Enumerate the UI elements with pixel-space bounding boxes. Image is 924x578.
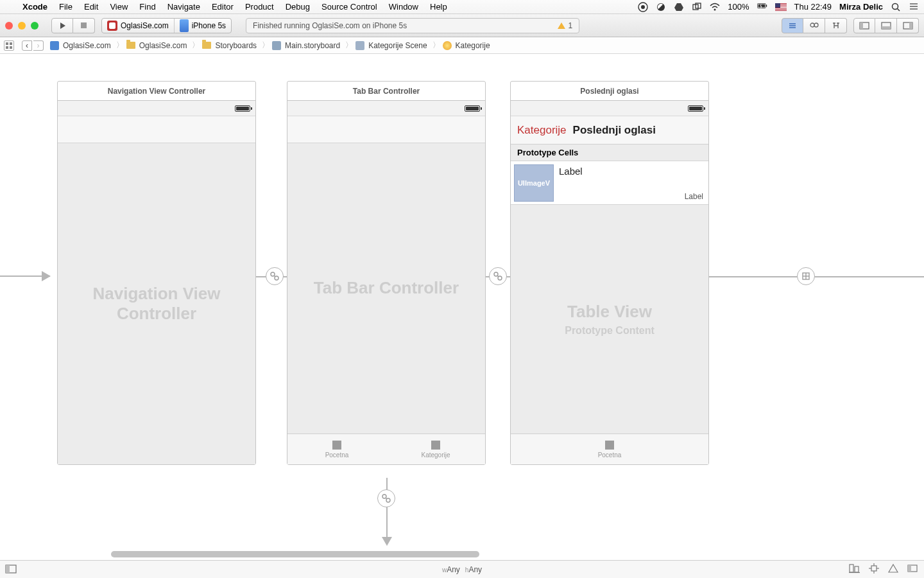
scheme-device: iPhone 5s [192,21,226,30]
navigation-bar[interactable]: Kategorije Poslednji oglasi [511,116,708,144]
scene-nav-controller[interactable]: Navigation View Controller Navigation Vi… [57,81,256,465]
play-icon [60,22,65,29]
menu-editor[interactable]: Editor [206,0,239,14]
svg-rect-46 [871,566,877,571]
svg-rect-25 [6,42,8,45]
stop-button[interactable] [73,18,95,33]
jump-scene[interactable]: Kategorije Scene [366,41,429,50]
menu-product[interactable]: Product [239,0,280,14]
align-button[interactable] [848,563,861,575]
dnd-icon[interactable] [656,2,666,12]
standard-editor-button[interactable] [782,18,803,33]
zoom-window-button[interactable] [31,22,38,30]
tab-item-pocetna[interactable]: Pocetna [287,434,386,464]
svg-rect-43 [850,565,853,572]
menu-find[interactable]: Find [133,0,161,14]
prototype-cell[interactable]: UIImageV Label Label [511,161,708,205]
wifi-icon[interactable] [710,2,720,12]
forward-button[interactable]: › [33,40,44,51]
related-items-button[interactable] [4,40,14,51]
back-button[interactable]: ‹ [22,40,32,51]
activity-text: Finished running OglasiSe.com on iPhone … [253,21,407,30]
horizontal-scrollbar[interactable] [111,551,479,557]
cell-label-2[interactable]: Label [685,192,703,201]
spotlight-icon[interactable] [891,2,901,12]
cell-label-1[interactable]: Label [559,164,583,201]
menu-file[interactable]: File [53,0,78,14]
resolve-issues-button[interactable] [887,563,900,575]
toggle-debug-area-button[interactable] [875,18,897,33]
minimize-window-button[interactable] [18,22,26,30]
drive-icon[interactable] [674,2,684,12]
menu-help[interactable]: Help [424,0,453,14]
segue-relationship-1[interactable] [266,267,284,285]
menu-view[interactable]: View [104,0,133,14]
svg-rect-42 [6,565,10,573]
toggle-navigator-button[interactable] [853,18,875,33]
editor-mode-group [782,18,847,33]
svg-line-31 [274,276,275,277]
svg-rect-8 [766,4,767,6]
jump-group-2[interactable]: Storyboards [212,41,259,50]
scene-title: Poslednji oglasi [511,82,708,101]
tableview-subtext: Prototype Content [565,324,654,337]
activity-view[interactable]: Finished running OglasiSe.com on iPhone … [246,18,579,33]
svg-line-34 [497,276,499,277]
notifications-icon[interactable] [909,2,919,12]
uiimageview-placeholder[interactable]: UIImageV [514,164,554,202]
close-window-button[interactable] [5,22,13,30]
segue-relationship-3[interactable] [377,489,395,507]
tab-item-kategorije[interactable]: Kategorije [386,434,485,464]
menu-edit[interactable]: Edit [78,0,104,14]
jump-item[interactable]: Kategorije [453,41,493,50]
svg-point-5 [714,8,716,10]
scene-tabbar-controller[interactable]: Tab Bar Controller Tab Bar Controller Po… [287,81,486,465]
tab-item-pocetna[interactable]: Pocetna [511,434,708,464]
svg-rect-20 [860,22,863,29]
menubar-clock[interactable]: Thu 22:49 [794,2,832,12]
editor-bottom-bar: wAny hAny [0,560,924,578]
scheme-app-icon [107,21,117,31]
warning-icon [558,22,565,29]
menu-debug[interactable]: Debug [280,0,316,14]
battery-icon [688,105,703,112]
segue-push[interactable] [797,267,815,285]
toggle-outline-button[interactable] [5,565,18,575]
version-editor-button[interactable] [825,18,847,33]
svg-rect-28 [10,46,12,49]
scene-poslednji-oglasi[interactable]: Poslednji oglasi Kategorije Poslednji og… [510,81,709,465]
toggle-utilities-button[interactable] [897,18,919,33]
scheme-selector[interactable]: OglasiSe.com iPhone 5s [101,18,232,33]
nav-back-button[interactable]: Kategorije [517,124,567,137]
input-flag-icon[interactable] [775,3,787,11]
menu-window[interactable]: Window [383,0,424,14]
tab-icon [431,441,440,450]
run-button[interactable] [51,18,73,33]
screens-icon[interactable] [692,2,702,12]
jump-storyboard[interactable]: Main.storyboard [282,41,343,50]
warning-count: 1 [568,21,572,30]
jump-bar: ‹ › OglasiSe.com〉 OglasiSe.com〉 Storyboa… [0,37,924,54]
tab-label: Kategorije [421,451,450,459]
segue-relationship-2[interactable] [489,267,507,285]
xcode-toolbar: OglasiSe.com iPhone 5s Finished running … [0,14,924,37]
tab-icon [332,441,341,450]
storyboard-canvas[interactable]: Navigation View Controller Navigation Vi… [0,54,924,560]
app-name-menu[interactable]: Xcode [17,0,53,14]
layout-buttons [848,563,919,575]
folder-icon [126,42,135,49]
battery-percent[interactable]: 100% [728,2,749,12]
resizing-button[interactable] [906,563,919,575]
pin-button[interactable] [868,563,880,575]
svg-line-10 [898,8,900,11]
initial-vc-arrow[interactable] [0,276,50,277]
menu-source-control[interactable]: Source Control [316,0,383,14]
viber-icon[interactable] [638,2,648,12]
prototype-cells-header: Prototype Cells [511,144,708,161]
jump-group-1[interactable]: OglasiSe.com [137,41,190,50]
menubar-user[interactable]: Mirza Delic [839,2,883,12]
jump-project[interactable]: OglasiSe.com [60,41,114,50]
assistant-editor-button[interactable] [803,18,825,33]
size-class-control[interactable]: wAny hAny [442,565,482,574]
menu-navigate[interactable]: Navigate [162,0,206,14]
